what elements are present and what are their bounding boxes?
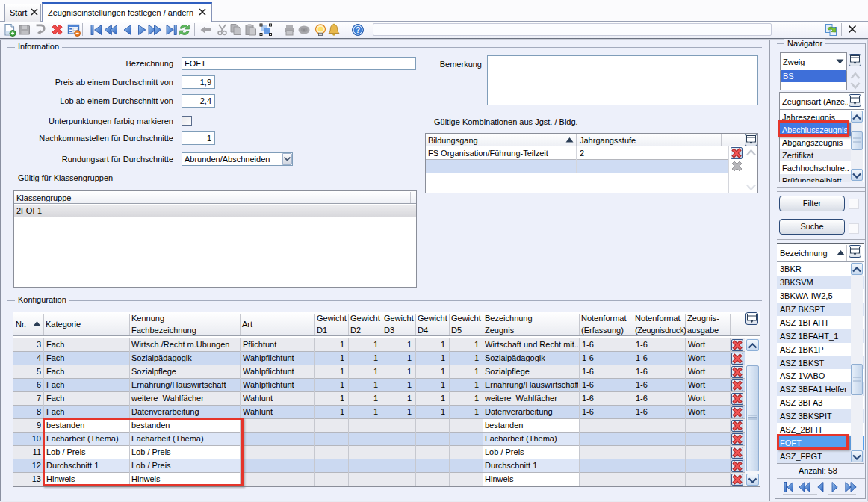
- svg-text:?: ?: [356, 26, 360, 34]
